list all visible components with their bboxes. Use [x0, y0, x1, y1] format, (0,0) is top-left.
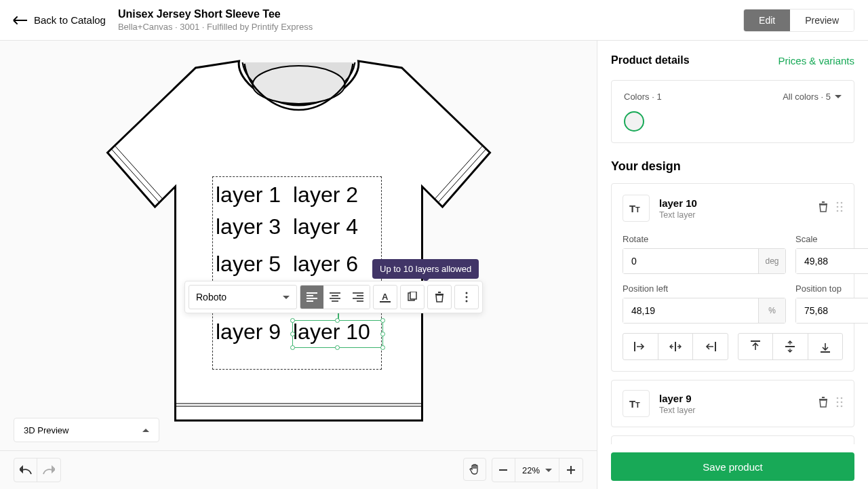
svg-rect-15: [353, 292, 363, 294]
back-label: Back to Catalog: [34, 14, 106, 26]
design-canvas[interactable]: layer 1 layer 2 layer 3 layer 4 layer 5 …: [0, 41, 597, 450]
delete-button[interactable]: [427, 285, 452, 309]
handle-bm[interactable]: [335, 345, 340, 350]
align-center-button[interactable]: [323, 286, 347, 309]
text-toolbar: Roboto A: [184, 281, 483, 313]
handle-br[interactable]: [380, 345, 385, 350]
layer-text-6[interactable]: layer 6: [293, 252, 358, 277]
handle-bl[interactable]: [290, 345, 295, 350]
handle-tm[interactable]: [335, 318, 340, 323]
text-color-button[interactable]: A: [373, 285, 397, 309]
tab-preview[interactable]: Preview: [790, 9, 854, 31]
svg-rect-46: [821, 351, 830, 353]
layer-text-9[interactable]: layer 9: [216, 319, 281, 345]
rotate-input[interactable]: [623, 249, 758, 273]
svg-point-52: [841, 397, 843, 399]
colors-card: Colors · 1 All colors · 5: [611, 80, 854, 143]
svg-point-36: [841, 202, 843, 204]
tab-edit[interactable]: Edit: [744, 9, 790, 31]
svg-rect-16: [357, 295, 363, 296]
zoom-out-button[interactable]: [492, 458, 515, 482]
layer-type: Text layer: [659, 406, 696, 415]
scale-label: Scale: [795, 234, 868, 244]
colors-label: Colors · 1: [624, 92, 662, 102]
prices-variants-link[interactable]: Prices & variants: [778, 55, 854, 66]
align-left-button[interactable]: [300, 286, 323, 309]
valign-top-button[interactable]: [738, 334, 774, 359]
svg-rect-28: [499, 469, 507, 471]
halign-left-button[interactable]: [623, 334, 658, 359]
scale-input[interactable]: [796, 249, 868, 273]
svg-point-35: [837, 202, 839, 204]
svg-rect-50: [822, 397, 825, 398]
valign-bottom-button[interactable]: [808, 334, 843, 359]
your-design-title: Your design: [611, 159, 854, 174]
svg-rect-30: [570, 466, 572, 474]
more-button[interactable]: [454, 285, 479, 309]
save-product-button[interactable]: Save product: [611, 452, 854, 481]
svg-rect-12: [332, 295, 338, 296]
layer-text-3[interactable]: layer 3: [216, 214, 281, 239]
chevron-up-icon: [142, 429, 149, 432]
postop-input[interactable]: [796, 298, 868, 323]
delete-layer-button[interactable]: [818, 201, 828, 215]
svg-point-40: [841, 210, 843, 212]
layer-card-active: TT layer 10 Text layer: [611, 183, 854, 372]
halign-right-button[interactable]: [693, 334, 728, 359]
drag-handle-icon[interactable]: [836, 201, 843, 215]
handle-ml[interactable]: [290, 332, 295, 336]
layer-type: Text layer: [659, 210, 697, 220]
font-select[interactable]: Roboto: [189, 285, 297, 309]
svg-point-39: [837, 210, 839, 212]
svg-text:T: T: [635, 401, 640, 409]
layer-text-2[interactable]: layer 2: [293, 182, 358, 208]
handle-tr[interactable]: [380, 318, 385, 323]
svg-rect-34: [822, 201, 825, 203]
svg-rect-22: [410, 292, 416, 299]
duplicate-button[interactable]: [400, 285, 425, 309]
svg-point-54: [841, 402, 843, 404]
svg-text:T: T: [629, 398, 635, 409]
layer-name: layer 10: [659, 197, 697, 209]
delete-layer-button[interactable]: [818, 397, 828, 410]
svg-rect-13: [330, 298, 340, 299]
color-swatch-white[interactable]: [624, 111, 644, 132]
chevron-down-icon: [283, 296, 290, 299]
sidebar-title: Product details: [611, 54, 690, 66]
svg-text:T: T: [635, 206, 640, 214]
svg-rect-42: [675, 342, 676, 351]
postop-label: Position top: [795, 283, 868, 294]
pan-button[interactable]: [463, 458, 486, 481]
zoom-in-button[interactable]: [559, 458, 583, 482]
svg-point-38: [841, 206, 843, 208]
text-layer-icon: TT: [623, 195, 650, 222]
redo-button[interactable]: [37, 458, 60, 482]
layer-text-1[interactable]: layer 1: [216, 182, 281, 208]
layer-item-9[interactable]: TT layer 9 Text layer: [611, 380, 854, 427]
zoom-select[interactable]: 22%: [515, 458, 559, 482]
svg-rect-24: [438, 292, 441, 293]
undo-button[interactable]: [14, 458, 37, 482]
all-colors-select[interactable]: All colors · 5: [783, 92, 842, 102]
product-title: Unisex Jersey Short Sleeve Tee: [118, 8, 743, 20]
svg-rect-44: [751, 340, 760, 342]
valign-middle-button[interactable]: [773, 334, 808, 359]
3d-preview-toggle[interactable]: 3D Preview: [14, 418, 159, 442]
svg-rect-41: [634, 342, 635, 351]
posleft-input[interactable]: [623, 298, 758, 323]
font-name: Roboto: [196, 292, 226, 302]
handle-mr[interactable]: [380, 332, 385, 336]
svg-rect-17: [353, 298, 363, 299]
align-right-button[interactable]: [347, 286, 370, 309]
layer-item-8[interactable]: TT layer 8 Text layer: [611, 435, 854, 444]
selection-box[interactable]: [292, 320, 383, 348]
layer-text-5[interactable]: layer 5: [216, 252, 281, 277]
svg-point-26: [466, 296, 468, 298]
posleft-label: Position left: [623, 283, 786, 294]
layer-text-4[interactable]: layer 4: [293, 214, 358, 239]
drag-handle-icon[interactable]: [836, 397, 843, 410]
halign-center-button[interactable]: [658, 334, 694, 359]
svg-point-37: [837, 206, 839, 208]
back-to-catalog[interactable]: Back to Catalog: [14, 14, 106, 26]
handle-tl[interactable]: [290, 318, 295, 323]
